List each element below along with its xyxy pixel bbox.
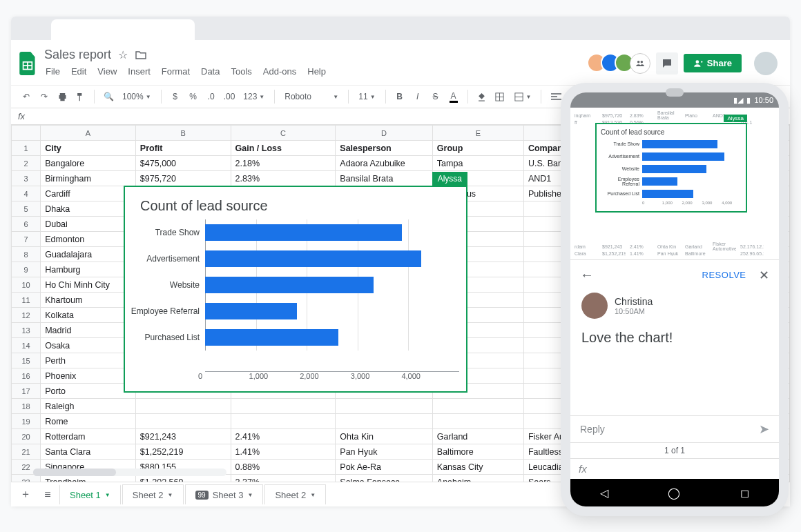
cell[interactable]: Ohta Kin: [336, 429, 433, 444]
percent-format-button[interactable]: %: [185, 88, 202, 106]
cell[interactable]: Raleigh: [41, 399, 136, 414]
print-icon[interactable]: [54, 88, 70, 106]
phone-formula-bar[interactable]: fx: [570, 458, 779, 479]
nav-back-icon[interactable]: ◁: [600, 486, 608, 500]
row-header[interactable]: 8: [12, 247, 41, 262]
merge-cells-dropdown[interactable]: ▼: [510, 92, 536, 102]
redo-icon[interactable]: ↷: [36, 88, 52, 106]
cell[interactable]: Baltimore: [432, 444, 523, 460]
send-icon[interactable]: ➤: [759, 422, 769, 437]
comments-icon[interactable]: [656, 52, 678, 75]
decrease-decimal-button[interactable]: .0: [203, 88, 220, 106]
increase-decimal-button[interactable]: .00: [221, 88, 238, 106]
row-header[interactable]: 12: [12, 308, 41, 323]
resolve-button[interactable]: RESOLVE: [702, 270, 746, 280]
row-header[interactable]: 17: [12, 384, 41, 399]
cell[interactable]: Rome: [41, 414, 136, 429]
cell[interactable]: 2.18%: [231, 156, 336, 171]
row-header[interactable]: 4: [12, 186, 41, 201]
header-cell[interactable]: Profit: [135, 141, 231, 156]
cell[interactable]: Birmingham: [41, 171, 136, 186]
cell[interactable]: Dubai: [41, 217, 136, 232]
row-header[interactable]: 6: [12, 217, 41, 232]
cell[interactable]: Tampa: [432, 156, 523, 171]
cell[interactable]: Kansas City: [432, 460, 523, 475]
all-sheets-button[interactable]: ≡: [37, 484, 58, 505]
cell[interactable]: Guadalajara: [41, 247, 136, 262]
menu-edit[interactable]: Edit: [67, 63, 90, 79]
cell[interactable]: Cardiff: [41, 186, 136, 201]
select-all-cell[interactable]: [12, 126, 41, 141]
cell[interactable]: Bangalore: [41, 156, 136, 171]
cell[interactable]: Garland: [432, 429, 523, 444]
phone-chart-object[interactable]: Alyssa Count of lead source Trade ShowAd…: [595, 123, 747, 213]
col-header[interactable]: B: [135, 126, 231, 141]
star-icon[interactable]: ☆: [117, 48, 129, 61]
cell[interactable]: Hamburg: [41, 262, 136, 277]
col-header[interactable]: C: [231, 126, 336, 141]
back-icon[interactable]: ←: [580, 267, 594, 283]
cell[interactable]: [336, 399, 433, 414]
header-cell[interactable]: Group: [432, 141, 523, 156]
menu-view[interactable]: View: [93, 63, 121, 79]
doc-title[interactable]: Sales report: [40, 48, 111, 62]
share-button[interactable]: Share: [684, 54, 742, 72]
cell[interactable]: Ho Chi Minh City: [41, 277, 136, 293]
row-header[interactable]: 2: [12, 156, 41, 171]
cell[interactable]: $975,720: [135, 171, 231, 186]
row-header[interactable]: 13: [12, 323, 41, 338]
col-header[interactable]: A: [41, 126, 136, 141]
cell[interactable]: Rotterdam: [41, 429, 136, 444]
cell[interactable]: 1.41%: [231, 444, 336, 460]
row-header[interactable]: 3: [12, 171, 41, 186]
col-header[interactable]: D: [336, 126, 433, 141]
nav-home-icon[interactable]: ◯: [668, 486, 680, 500]
cell[interactable]: Perth: [41, 353, 136, 368]
menu-data[interactable]: Data: [197, 63, 224, 79]
font-dropdown[interactable]: Roboto▼: [280, 92, 342, 101]
horizontal-scrollbar[interactable]: [33, 469, 226, 476]
row-header[interactable]: 5: [12, 201, 41, 217]
cell[interactable]: [336, 414, 433, 429]
zoom-icon[interactable]: 🔍: [100, 88, 117, 106]
sheet-tab[interactable]: Sheet 2▼: [122, 484, 184, 504]
row-header[interactable]: 11: [12, 293, 41, 308]
header-cell[interactable]: Gain / Loss: [231, 141, 336, 156]
paint-format-icon[interactable]: [72, 88, 88, 106]
add-sheet-button[interactable]: ＋: [15, 484, 36, 505]
menu-format[interactable]: Format: [157, 63, 194, 79]
close-icon[interactable]: ✕: [759, 268, 770, 283]
sheets-logo[interactable]: [17, 48, 40, 79]
header-cell[interactable]: Salesperson: [336, 141, 433, 156]
cell[interactable]: Kolkata: [41, 308, 136, 323]
italic-button[interactable]: I: [409, 88, 426, 106]
browser-tab-active[interactable]: [51, 19, 195, 40]
cell[interactable]: $1,252,219: [135, 444, 231, 460]
font-size-dropdown[interactable]: 11▼: [354, 92, 379, 101]
row-header[interactable]: 1: [12, 141, 41, 156]
undo-icon[interactable]: ↶: [18, 88, 35, 106]
cell[interactable]: 0.88%: [231, 460, 336, 475]
nav-recent-icon[interactable]: ◻: [740, 486, 749, 500]
row-header[interactable]: 16: [12, 368, 41, 384]
cell[interactable]: Adaora Azubuike: [336, 156, 433, 171]
cell[interactable]: Porto: [41, 384, 136, 399]
cell[interactable]: [135, 414, 231, 429]
reply-input[interactable]: Reply: [580, 424, 605, 435]
cell[interactable]: Madrid: [41, 323, 136, 338]
cell[interactable]: Khartoum: [41, 293, 136, 308]
cell[interactable]: 2.41%: [231, 429, 336, 444]
menu-tools[interactable]: Tools: [226, 63, 255, 79]
move-folder-icon[interactable]: [135, 48, 147, 61]
borders-icon[interactable]: [492, 88, 508, 106]
zoom-dropdown[interactable]: 100%▼: [118, 92, 155, 101]
menu-add-ons[interactable]: Add-ons: [259, 63, 300, 79]
cell[interactable]: Pan Hyuk: [336, 444, 433, 460]
cell[interactable]: [432, 414, 523, 429]
currency-format-button[interactable]: $: [167, 88, 184, 106]
header-cell[interactable]: City: [41, 141, 136, 156]
sheet-tab[interactable]: Sheet 2▼: [264, 484, 326, 504]
row-header[interactable]: 7: [12, 232, 41, 247]
menu-insert[interactable]: Insert: [124, 63, 155, 79]
row-header[interactable]: 19: [12, 414, 41, 429]
